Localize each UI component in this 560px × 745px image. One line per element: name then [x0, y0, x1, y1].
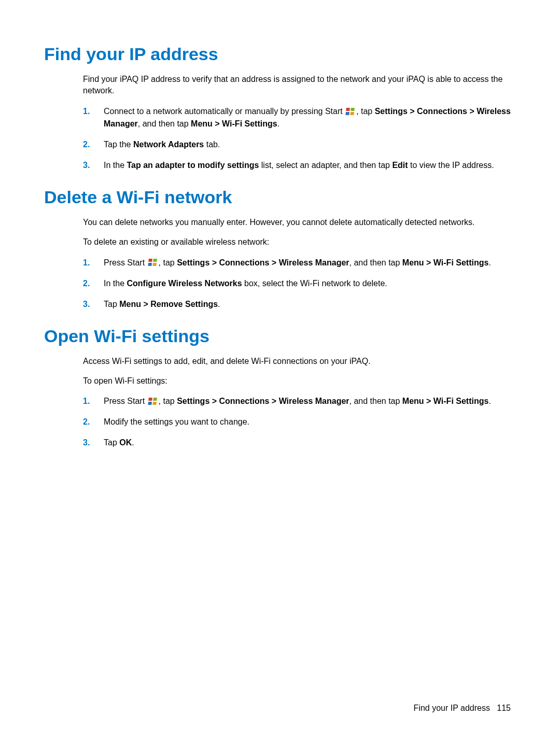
step-content: Press Start , tap Settings > Connections… [104, 257, 511, 269]
bold-text: Settings > Connections > Wireless Manage… [177, 397, 349, 405]
list-item: 3. Tap OK. [83, 437, 511, 449]
list-item: 3. In the Tap an adapter to modify setti… [83, 159, 511, 172]
start-icon [148, 259, 158, 267]
text-fragment: Tap the [104, 140, 133, 149]
start-icon [148, 398, 158, 406]
text-fragment: list, select an adapter, and then tap [259, 161, 392, 170]
text-fragment: . [277, 119, 279, 128]
step-number: 1. [83, 395, 104, 407]
heading-find-ip: Find your IP address [44, 44, 511, 64]
step-content: In the Configure Wireless Networks box, … [104, 277, 511, 290]
bold-text: Menu > Wi-Fi Settings [191, 119, 277, 128]
footer-text: Find your IP address [414, 704, 490, 712]
text-fragment: to view the IP address. [408, 161, 494, 170]
intro-text-3: Access Wi-Fi settings to add, edit, and … [83, 356, 511, 367]
text-fragment: In the [104, 279, 127, 288]
step-number: 1. [83, 257, 104, 269]
bold-text: Edit [392, 161, 408, 170]
text-fragment: . [488, 258, 491, 267]
text-fragment: , and then tap [349, 258, 402, 267]
bold-text: Tap an adapter to modify settings [127, 161, 259, 170]
intro-text-1: Find your iPAQ IP address to verify that… [83, 74, 511, 97]
list-item: 1. Connect to a network automatically or… [83, 105, 511, 130]
text-fragment: , and then tap [349, 397, 402, 405]
step-number: 1. [83, 105, 104, 130]
text-fragment: tab. [204, 140, 220, 149]
text-fragment: box, select the Wi-Fi network to delete. [242, 279, 387, 288]
bold-text: Menu > Remove Settings [119, 300, 218, 308]
heading-open-wifi: Open Wi-Fi settings [44, 326, 511, 346]
text-fragment: Tap [104, 438, 119, 447]
step-content: Press Start , tap Settings > Connections… [104, 395, 511, 407]
list-item: 2. In the Configure Wireless Networks bo… [83, 277, 511, 290]
text-fragment: Tap [104, 300, 119, 308]
text-fragment: . [488, 397, 491, 405]
step-content: Connect to a network automatically or ma… [104, 105, 511, 130]
intro-text-2: You can delete networks you manually ent… [83, 217, 511, 228]
step-content: Tap Menu > Remove Settings. [104, 298, 511, 311]
bold-text: Network Adapters [133, 140, 204, 149]
heading-delete-wifi: Delete a Wi-Fi network [44, 187, 511, 207]
text-fragment: Press Start [104, 258, 147, 267]
text-fragment: , and then tap [138, 119, 191, 128]
list-item: 1. Press Start , tap Settings > Connecti… [83, 257, 511, 269]
text-fragment: . [218, 300, 220, 308]
start-icon [346, 108, 355, 116]
page-footer: Find your IP address 115 [414, 704, 511, 713]
bold-text: OK [119, 438, 132, 447]
text-fragment: , tap [159, 397, 177, 405]
step-number: 2. [83, 277, 104, 290]
step-number: 2. [83, 138, 104, 151]
list-item: 1. Press Start , tap Settings > Connecti… [83, 395, 511, 407]
intro-text-3b: To open Wi-Fi settings: [83, 375, 511, 387]
bold-text: Settings > Connections > Wireless Manage… [177, 258, 349, 267]
text-fragment: Connect to a network automatically or ma… [104, 107, 345, 116]
text-fragment: . [132, 438, 134, 447]
bold-text: Configure Wireless Networks [127, 279, 242, 288]
list-item: 3. Tap Menu > Remove Settings. [83, 298, 511, 311]
step-number: 3. [83, 437, 104, 449]
bold-text: Menu > Wi-Fi Settings [402, 258, 489, 267]
text-fragment: , tap [356, 107, 375, 116]
step-content: Modify the settings you want to change. [104, 416, 511, 428]
step-content: Tap OK. [104, 437, 511, 449]
document-page: Find your IP address Find your iPAQ IP a… [0, 0, 560, 488]
text-fragment: , tap [159, 258, 177, 267]
bold-text: Menu > Wi-Fi Settings [402, 397, 489, 405]
step-number: 2. [83, 416, 104, 428]
list-item: 2. Tap the Network Adapters tab. [83, 138, 511, 151]
step-content: Tap the Network Adapters tab. [104, 138, 511, 151]
text-fragment: Press Start [104, 397, 147, 405]
intro-text-2b: To delete an existing or available wirel… [83, 236, 511, 248]
text-fragment: In the [104, 161, 127, 170]
page-number: 115 [497, 704, 511, 712]
step-content: In the Tap an adapter to modify settings… [104, 159, 511, 172]
list-item: 2. Modify the settings you want to chang… [83, 416, 511, 428]
step-number: 3. [83, 298, 104, 311]
step-number: 3. [83, 159, 104, 172]
